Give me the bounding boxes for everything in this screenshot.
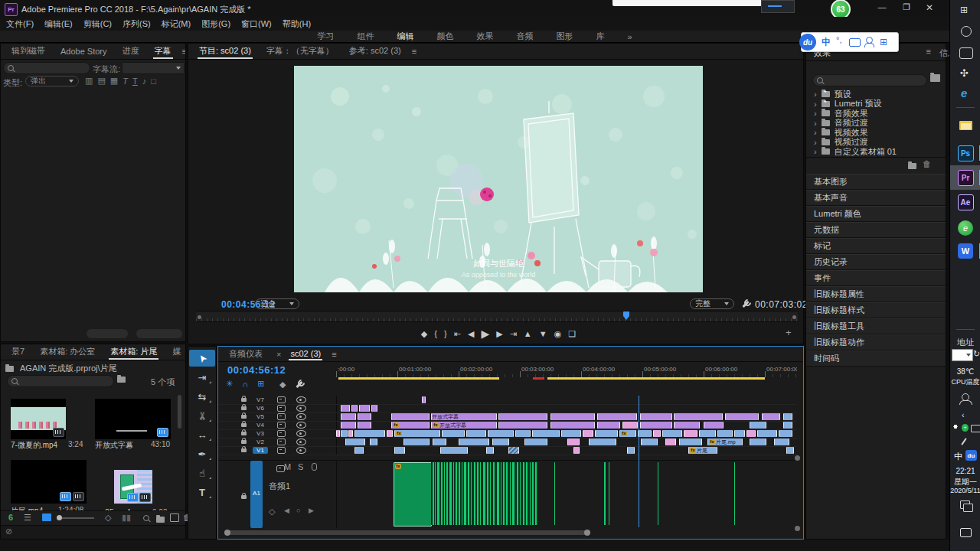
- timeline-tab[interactable]: 音频仪表: [221, 347, 270, 362]
- timeline-clip[interactable]: [638, 430, 652, 437]
- extract-icon[interactable]: ▼: [539, 329, 547, 338]
- caption-button-1[interactable]: [87, 329, 128, 338]
- panel-tab[interactable]: 辑到磁带: [4, 44, 53, 60]
- timeline-clip[interactable]: [440, 447, 468, 454]
- bin-breadcrumb[interactable]: AGAIN 完成版.prproj\片尾: [5, 363, 117, 374]
- timeline-clip[interactable]: [774, 439, 789, 445]
- timeline-clip[interactable]: fx: [391, 422, 430, 429]
- timeline-clip[interactable]: [573, 447, 580, 454]
- panel-tab[interactable]: 字幕: [147, 44, 179, 60]
- pinwheel-app-icon[interactable]: ✣: [960, 67, 969, 79]
- collapsed-panel-旧版标题属性[interactable]: 旧版标题属性: [806, 286, 946, 302]
- keyframe-type-icon[interactable]: ◇: [269, 507, 275, 517]
- sync-lock-icon[interactable]: [277, 396, 286, 403]
- taskbar-app-photoshop[interactable]: Ps: [950, 141, 980, 165]
- ime-toolbox-icon[interactable]: ⊞: [880, 37, 887, 47]
- workspace-tab[interactable]: 效果: [476, 31, 493, 42]
- timeline-clip[interactable]: [662, 430, 682, 437]
- solo-button[interactable]: S: [298, 462, 303, 471]
- timeline-clip[interactable]: [433, 439, 446, 445]
- timeline-clip[interactable]: 开放式字幕: [431, 413, 497, 420]
- timeline-clip[interactable]: [345, 439, 365, 445]
- cortana-icon[interactable]: [961, 26, 972, 37]
- timeline-clip[interactable]: fx: [619, 430, 636, 437]
- box-icon[interactable]: □: [151, 77, 156, 86]
- audio-clips-lane[interactable]: fx: [336, 460, 797, 527]
- menu-item[interactable]: 文件(F): [6, 18, 34, 30]
- collapsed-panel-基本声音[interactable]: 基本声音: [806, 190, 946, 206]
- ime-lang-indicator[interactable]: 中: [954, 451, 962, 462]
- menu-item[interactable]: 图形(G): [201, 18, 230, 30]
- audio-track-name[interactable]: 音频1: [269, 481, 290, 492]
- track-lock-icon[interactable]: [241, 398, 247, 402]
- video-clips-lane-V1[interactable]: fx片尾: [336, 446, 797, 455]
- taskbar-app-premiere[interactable]: Pr: [950, 165, 980, 190]
- timeline-clip[interactable]: [595, 430, 618, 437]
- caption-button-2[interactable]: [136, 329, 182, 338]
- italic-icon[interactable]: T: [122, 77, 128, 86]
- after-effects-app-icon[interactable]: Ae: [958, 194, 974, 210]
- timeline-clip[interactable]: [532, 430, 560, 437]
- go-to-in-icon[interactable]: ⇤: [454, 329, 461, 339]
- timeline-clip[interactable]: [684, 430, 697, 437]
- track-name[interactable]: V5: [253, 413, 268, 420]
- menu-item[interactable]: 标记(M): [162, 18, 191, 30]
- go-to-out-icon[interactable]: ⇥: [510, 329, 517, 339]
- panel-tab[interactable]: 素材箱: 片尾: [103, 344, 165, 360]
- lift-icon[interactable]: ▲: [524, 329, 532, 338]
- next-keyframe-icon[interactable]: ▶: [309, 507, 314, 514]
- sync-lock-icon[interactable]: [277, 430, 286, 437]
- taskbar-app-after-effects[interactable]: Ae: [950, 190, 980, 214]
- timeline-clip[interactable]: [622, 422, 638, 429]
- video-track-header-V1[interactable]: V1: [218, 446, 336, 455]
- timeline-clip[interactable]: [674, 422, 700, 429]
- delete-icon[interactable]: 🗑: [923, 159, 931, 168]
- bin-item-1-name[interactable]: 7-微夏的.mp4: [11, 440, 57, 451]
- ime-keyboard-icon[interactable]: [849, 38, 861, 47]
- ime-floating-bar[interactable]: du 中 °, ⊞: [801, 32, 899, 52]
- timeline-clip[interactable]: [336, 430, 340, 437]
- tray-expand-icon[interactable]: ‹: [962, 410, 965, 419]
- timeline-clip[interactable]: [567, 439, 580, 445]
- panel-menu-icon[interactable]: ≡: [179, 47, 185, 56]
- timeline-clip[interactable]: [341, 422, 356, 429]
- sync-lock-icon[interactable]: [277, 413, 286, 420]
- menu-item[interactable]: 帮助(H): [283, 18, 311, 30]
- timeline-clip[interactable]: [653, 430, 661, 437]
- workspace-tab[interactable]: 编辑: [397, 31, 413, 42]
- timeline-clip[interactable]: [394, 447, 405, 454]
- bin-item-2-thumb[interactable]: [95, 399, 171, 439]
- new-custom-bin-icon[interactable]: [930, 74, 942, 83]
- workspace-tab[interactable]: 学习: [317, 31, 334, 42]
- effects-search-input[interactable]: [812, 74, 927, 86]
- monitor-scrub-bar[interactable]: [196, 311, 798, 322]
- step-forward-icon[interactable]: ▶: [496, 329, 502, 339]
- panel-menu-icon[interactable]: ≡: [328, 350, 340, 359]
- timeline-clip[interactable]: [341, 413, 356, 420]
- timeline-clip[interactable]: [403, 439, 430, 445]
- restore-button[interactable]: ❐: [897, 2, 916, 12]
- music-note-icon[interactable]: ♪: [142, 77, 147, 86]
- collapsed-panel-旧版标题样式[interactable]: 旧版标题样式: [806, 302, 946, 318]
- timeline-clip[interactable]: [641, 439, 658, 445]
- timeline-clip[interactable]: [492, 439, 509, 445]
- timeline-timecode[interactable]: 00:04:56:12: [227, 364, 286, 376]
- snap-icon[interactable]: ✳: [226, 379, 233, 389]
- display-tray-icon[interactable]: [971, 425, 980, 432]
- timeline-clip[interactable]: [515, 430, 531, 437]
- panel-tab[interactable]: 参考: sc02 (3): [341, 44, 409, 60]
- track-name[interactable]: V6: [253, 405, 268, 412]
- timeline-clip[interactable]: [757, 430, 777, 437]
- bin-item-3-thumb[interactable]: [11, 460, 87, 504]
- sync-lock-icon[interactable]: [277, 422, 286, 429]
- panel-tab[interactable]: Adobe Story: [53, 44, 115, 59]
- new-bin-icon[interactable]: [908, 163, 916, 169]
- minimize-button[interactable]: —: [873, 2, 891, 11]
- timeline-clip[interactable]: [550, 422, 595, 429]
- menu-item[interactable]: 窗口(W): [241, 18, 272, 30]
- collapsed-panel-时间码[interactable]: 时间码: [806, 350, 946, 367]
- panel-tab[interactable]: 字幕：（无字幕）: [259, 44, 341, 60]
- timeline-h-scrollbar[interactable]: [224, 530, 791, 536]
- export-frame-icon[interactable]: ◉: [554, 329, 562, 339]
- button-editor-icon[interactable]: +: [786, 327, 792, 338]
